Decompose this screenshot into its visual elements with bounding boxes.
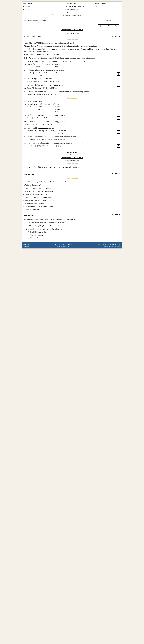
answer-box-i: C bbox=[117, 64, 120, 67]
answer-box-iii bbox=[117, 80, 120, 83]
q-iii-options: (A) John (B) Pascal (C) Luvisor (D) Babb… bbox=[24, 80, 116, 83]
note1: Note:- There are THREE section in this p… bbox=[24, 42, 120, 44]
office-use-label: (For Board's Office use only) bbox=[51, 14, 93, 16]
superintendent-cell: Superintendent Signature/Stamp: bbox=[94, 2, 122, 18]
title-cell: Art and Model COMPUTER SCIENCE 10th (Fre… bbox=[50, 2, 94, 18]
q1-instruction: Q-1. Write the correct option i.e. A, B,… bbox=[24, 57, 120, 59]
section-b-q8: Write short note on String data type? bbox=[25, 205, 120, 208]
q-iv-options: (A) Rows (B) Columns (C) Cells (D) None bbox=[24, 87, 116, 89]
q-x-options: (A) Conditional (B) Unconditional (C) Bo… bbox=[24, 138, 116, 141]
section-b-header: SECTION-B Marks: 24 bbox=[24, 172, 120, 177]
section-b-title: SECTION-B bbox=[24, 173, 35, 176]
q-v-text: The Kill command is used to a file from … bbox=[28, 90, 89, 93]
section-b-divider bbox=[24, 171, 120, 171]
roman-iv: iv. bbox=[24, 84, 27, 86]
in-words-label: In Words:- bbox=[23, 8, 49, 10]
fic-inline-row: for English Medium Students Fic. No. (Fo… bbox=[24, 19, 120, 27]
q-iv-text: What is Array? Explain one dimensional a… bbox=[29, 225, 64, 227]
footer-center: For help, feedback email us: admin@talab… bbox=[54, 243, 72, 248]
q-xi-options: (A) Flowchart (B) Algorithm (C) Logical … bbox=[24, 145, 116, 147]
section-c-marks: Marks: 16 bbox=[112, 213, 120, 218]
question-ix: ix. MS - word is a package. (A) Database… bbox=[24, 127, 120, 135]
in-figures-label: In Figures:- bbox=[23, 5, 49, 8]
question-v: v. The Kill command is used to a file fr… bbox=[24, 90, 120, 96]
section-b-q3: Briefly describe modes of Operations? bbox=[25, 190, 120, 192]
answer-box-viii bbox=[117, 123, 120, 126]
prx-subject: COMPUTER SCIENCE bbox=[24, 156, 120, 159]
section-b-q5: What is meant by file organization? bbox=[25, 196, 120, 198]
question-vi: vi. Nested loop means _____ (A) Uncond- … bbox=[24, 100, 120, 113]
section-c: SECTION-C Marks: 16 Note:- Attempt any T… bbox=[24, 213, 120, 239]
section-b-q7: Briefly explain Graphics. bbox=[25, 202, 120, 205]
footer-email[interactable]: admin@talabilm.com bbox=[54, 246, 72, 248]
fic-no-line[interactable] bbox=[98, 22, 119, 24]
q-v-options: (A) Display (B) Delete (C) Save (D) Hide bbox=[24, 93, 116, 96]
answer-box-ix: C bbox=[117, 130, 120, 134]
prx-for-students: For English Medium Students bbox=[24, 154, 120, 156]
q-vii-options: (A) 3rd (B) 4th (C) 5th (D) None bbox=[24, 117, 116, 119]
fic-area: Fic. No. bbox=[51, 12, 93, 14]
signature-stamp-box bbox=[95, 8, 121, 15]
q-iv-text: In arrays the horizontal groups are know… bbox=[28, 84, 63, 86]
brand-wm1: Talabilm.com bbox=[24, 38, 120, 41]
in-figures-line[interactable] bbox=[31, 7, 42, 7]
q-i-options: (A) Syntax (B) Gram- matical (C) Logical… bbox=[24, 63, 116, 68]
opt-c: (C) Logical bbox=[42, 63, 51, 68]
q-v-text: Write short notes on any two of the foll… bbox=[28, 228, 62, 230]
superintendent-label: Superintendent bbox=[95, 2, 121, 5]
q-ii-label: Q-II bbox=[24, 181, 28, 183]
send-papers-label: Send your papers and help others at: bbox=[98, 243, 121, 245]
q-vii-text: A (4) array represents element number. bbox=[28, 114, 67, 116]
q-x-text: IF-THEN statement is a transfer of contr… bbox=[28, 135, 77, 138]
opt-a: (A) Syntax bbox=[24, 63, 32, 68]
q-ix-text: MS - word is a package. bbox=[28, 127, 55, 129]
section-b-marks: Marks: 24 bbox=[112, 172, 120, 177]
q-i-text: In basic language, if we divide a number… bbox=[28, 60, 88, 63]
question-ii: ii. Which symbol is used for remarks in … bbox=[24, 69, 120, 76]
opt-b: (B) Gram- matical bbox=[33, 63, 41, 68]
roman-xi: xi. bbox=[24, 142, 27, 144]
section-c-title: SECTION-C bbox=[24, 214, 35, 217]
answer-box-vi bbox=[117, 106, 120, 110]
q-vi-text: Nested loop means _____ bbox=[28, 100, 47, 102]
subject-label: COMPUTER SCIENCE bbox=[51, 5, 93, 8]
footer-bar: Talabilm Sampleta For help, feedback ema… bbox=[22, 242, 122, 248]
section-c-note: Note:- Attempt any THREE questions. All … bbox=[24, 218, 120, 221]
prx-section: PRX (01) 15 For English Medium Students … bbox=[24, 150, 120, 170]
marks-label: Marks: 75. bbox=[112, 35, 120, 38]
roman-viii: viii. bbox=[24, 120, 28, 123]
brand-wm3: Talabilm.com bbox=[24, 162, 120, 165]
exam-page: Roll Number In Figures:- In Words:- Art … bbox=[22, 2, 122, 248]
question-vii: vii. A (4) array represents element numb… bbox=[24, 114, 120, 120]
subject-title: COMPUTER SCIENCE bbox=[24, 28, 120, 31]
note3: No marks will be awarded for Cutting, Er… bbox=[24, 48, 120, 53]
grade-label: 10th (Fresh/Reappear) bbox=[51, 8, 93, 11]
answer-box-xi: A bbox=[117, 144, 120, 148]
q-v: Q-V Write short notes on any two of the … bbox=[24, 228, 120, 239]
footer-brand: Talabilm bbox=[23, 243, 29, 245]
q-iv: Q-IV What is Array? Explain one dimensio… bbox=[24, 224, 120, 227]
q-v-sub: (a) BASIC Character Set. (b) Word Proces… bbox=[27, 231, 120, 239]
brand-wm4: Talabilm.com bbox=[24, 177, 120, 180]
section-b-q9: What is expression? bbox=[25, 208, 120, 211]
roman-ii: ii. bbox=[24, 69, 27, 71]
prx-code: PRX (01) 15 bbox=[24, 151, 120, 154]
header-table: Roll Number In Figures:- In Words:- Art … bbox=[22, 2, 122, 18]
brand-wm2: Talabilm.com bbox=[24, 97, 120, 99]
footer-website[interactable]: Talabilm.com/send-papers bbox=[98, 246, 121, 248]
roman-iii: iii. bbox=[24, 78, 27, 80]
section-b-instruction: Q-II Attempt any EIGHT parts. Each part … bbox=[24, 180, 120, 183]
question-xi: xi. The descriptive solution of a proble… bbox=[24, 142, 120, 148]
q-viii-text: There are mode of drawing graphics. bbox=[28, 120, 65, 123]
footer-left: Talabilm Sampleta bbox=[23, 243, 29, 248]
section-b-q1: What is Debugging? bbox=[25, 184, 120, 186]
q-ii-text: Which symbol is used for remarks in flow… bbox=[28, 69, 65, 71]
q-v-a: (a) BASIC Character Set. bbox=[27, 231, 120, 233]
answer-box-x bbox=[117, 138, 120, 141]
roll-number-cell: Roll Number In Figures:- In Words:- bbox=[22, 2, 50, 18]
prx-note: Note:- Time allowed for Section-B and Se… bbox=[24, 166, 120, 168]
for-students-label: for English Medium Students bbox=[24, 19, 46, 22]
answer-box-iv bbox=[117, 86, 120, 90]
question-viii: viii. There are mode of drawing graphics… bbox=[24, 120, 120, 126]
question-i: i. In basic language, if we divide a num… bbox=[24, 60, 120, 68]
